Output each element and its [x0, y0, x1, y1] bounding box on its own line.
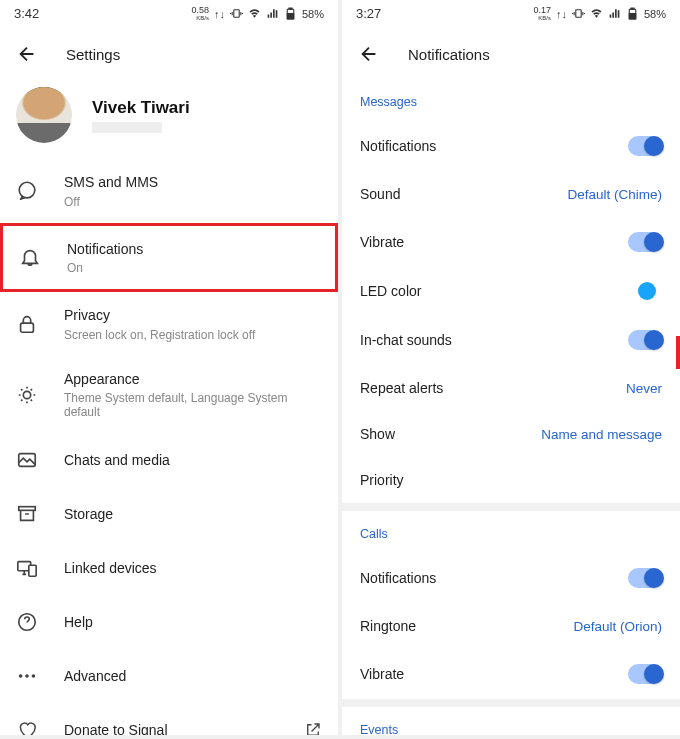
svg-rect-7 [289, 8, 292, 9]
status-right: 0.17 KB/s ↑↓ 58% [533, 6, 666, 21]
speech-bubble-icon [16, 180, 38, 202]
toggle-calls-notifications[interactable] [628, 568, 662, 588]
external-link-icon [304, 721, 322, 735]
battery-icon [626, 7, 639, 20]
notif-item-vibrate[interactable]: Vibrate [342, 217, 680, 267]
status-bar: 3:42 0.58 KB/s ↑↓ 58% [0, 0, 338, 25]
back-icon[interactable] [358, 43, 380, 65]
toggle-calls-vibrate[interactable] [628, 664, 662, 684]
lock-icon [16, 313, 38, 335]
settings-label: Linked devices [64, 559, 322, 579]
divider [342, 503, 680, 511]
svg-rect-6 [287, 14, 294, 19]
notif-label: Vibrate [360, 234, 404, 250]
settings-sub: On [67, 261, 319, 275]
settings-sub: Theme System default, Language System de… [64, 391, 322, 419]
settings-label: Chats and media [64, 451, 322, 471]
wifi-icon [590, 7, 603, 20]
led-color-preview [638, 282, 656, 300]
notif-value: Default (Chime) [567, 187, 662, 202]
battery-percent: 58% [644, 8, 666, 20]
header: Notifications [342, 25, 680, 79]
notif-item-calls-notifications[interactable]: Notifications [342, 553, 680, 603]
svg-point-10 [23, 391, 30, 398]
notif-label: Priority [360, 472, 404, 488]
settings-label: Storage [64, 505, 322, 525]
toggle-inchat[interactable] [628, 330, 662, 350]
vibrate-icon [230, 7, 243, 20]
page-title: Settings [66, 46, 120, 63]
section-calls: Calls [342, 511, 680, 553]
avatar [16, 87, 72, 143]
arrows-icon: ↑↓ [214, 8, 225, 20]
profile-name: Vivek Tiwari [92, 98, 190, 118]
toggle-messages-notifications[interactable] [628, 136, 662, 156]
highlight-marker [676, 336, 680, 369]
notif-label: In-chat sounds [360, 332, 452, 348]
svg-point-17 [25, 675, 29, 679]
image-icon [16, 449, 38, 471]
settings-sub: Screen lock on, Registration lock off [64, 328, 322, 342]
notif-label: Vibrate [360, 666, 404, 682]
settings-item-appearance[interactable]: Appearance Theme System default, Languag… [0, 356, 338, 434]
settings-item-donate[interactable]: Donate to Signal [0, 703, 338, 735]
status-right: 0.58 KB/s ↑↓ 58% [191, 6, 324, 21]
notif-item-show[interactable]: Show Name and message [342, 411, 680, 457]
settings-item-notifications[interactable]: Notifications On [0, 223, 338, 293]
back-icon[interactable] [16, 43, 38, 65]
sun-icon [16, 384, 38, 406]
svg-point-8 [19, 182, 35, 198]
status-time: 3:27 [356, 6, 381, 21]
notif-item-repeat[interactable]: Repeat alerts Never [342, 365, 680, 411]
notif-item-messages-notifications[interactable]: Notifications [342, 121, 680, 171]
notif-item-inchat[interactable]: In-chat sounds [342, 315, 680, 365]
devices-icon [16, 557, 38, 579]
svg-rect-0 [234, 10, 239, 18]
notif-item-ringtone[interactable]: Ringtone Default (Orion) [342, 603, 680, 649]
settings-item-storage[interactable]: Storage [0, 487, 338, 541]
wifi-icon [248, 7, 261, 20]
signal-icon [266, 7, 279, 20]
notif-label: Notifications [360, 570, 436, 586]
notif-value: Never [626, 381, 662, 396]
notif-item-sound[interactable]: Sound Default (Chime) [342, 171, 680, 217]
profile-phone-blurred [92, 122, 162, 133]
heart-icon [16, 719, 38, 735]
signal-icon [608, 7, 621, 20]
section-messages: Messages [342, 79, 680, 121]
notif-item-priority[interactable]: Priority [342, 457, 680, 503]
svg-rect-12 [19, 507, 36, 511]
svg-rect-26 [631, 8, 634, 9]
notif-label: Ringtone [360, 618, 416, 634]
settings-label: Advanced [64, 667, 322, 687]
status-bar: 3:27 0.17 KB/s ↑↓ 58% [342, 0, 680, 25]
settings-item-chats[interactable]: Chats and media [0, 433, 338, 487]
svg-point-16 [19, 675, 23, 679]
left-screen: 3:42 0.58 KB/s ↑↓ 58% Settings Vivek Tiw… [0, 0, 338, 735]
help-icon [16, 611, 38, 633]
settings-item-privacy[interactable]: Privacy Screen lock on, Registration loc… [0, 292, 338, 356]
arrows-icon: ↑↓ [556, 8, 567, 20]
status-time: 3:42 [14, 6, 39, 21]
toggle-vibrate[interactable] [628, 232, 662, 252]
notif-label: Sound [360, 186, 400, 202]
notif-label: Repeat alerts [360, 380, 443, 396]
notif-item-calls-vibrate[interactable]: Vibrate [342, 649, 680, 699]
profile-section[interactable]: Vivek Tiwari [0, 79, 338, 159]
dots-icon [16, 665, 38, 687]
settings-item-help[interactable]: Help [0, 595, 338, 649]
settings-label: Help [64, 613, 322, 633]
settings-item-sms[interactable]: SMS and MMS Off [0, 159, 338, 223]
settings-sub: Off [64, 195, 322, 209]
notif-label: LED color [360, 283, 421, 299]
svg-rect-14 [29, 566, 36, 577]
battery-percent: 58% [302, 8, 324, 20]
notif-label: Show [360, 426, 395, 442]
settings-item-linked[interactable]: Linked devices [0, 541, 338, 595]
right-screen: 3:27 0.17 KB/s ↑↓ 58% Notifications Mess… [342, 0, 680, 735]
page-title: Notifications [408, 46, 490, 63]
settings-item-advanced[interactable]: Advanced [0, 649, 338, 703]
svg-rect-19 [576, 10, 581, 18]
notif-item-led[interactable]: LED color [342, 267, 680, 315]
bell-icon [19, 246, 41, 268]
